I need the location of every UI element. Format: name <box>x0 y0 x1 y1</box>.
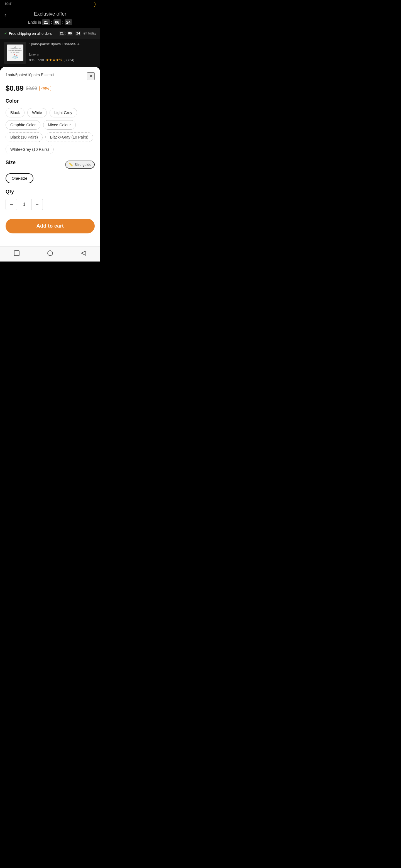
color-option-black-10[interactable]: Black (10 Pairs) <box>6 132 42 142</box>
battery-icon: ) <box>94 1 96 7</box>
color-label: Color <box>6 98 95 104</box>
color-option-light-grey[interactable]: Light Grey <box>50 108 77 117</box>
qty-value: 1 <box>17 199 31 210</box>
close-button[interactable]: ✕ <box>87 72 95 80</box>
modal-header: 1pair/5pairs/10pairs Essenti... ✕ <box>6 72 95 80</box>
qty-section: Qty − 1 + <box>6 189 95 210</box>
shipping-seconds: 24 <box>75 31 81 36</box>
sold-count: 89K+ sold <box>29 58 44 62</box>
ends-in-label: Ends in <box>28 20 41 25</box>
sock-icon: 🧦 <box>12 54 18 60</box>
size-label: Size <box>6 160 16 165</box>
stars: ★★★★½ <box>46 58 62 62</box>
page-title: Exclusive offer <box>34 11 66 17</box>
timer-hours: 21 <box>42 19 50 25</box>
size-section: Size 📏 Size guide One-size <box>6 160 95 183</box>
original-price: $2.99 <box>26 86 37 91</box>
qty-plus-button[interactable]: + <box>31 199 43 210</box>
shipping-text: ✓ Free shipping on all orders <box>4 31 52 36</box>
color-option-whitegrey-10[interactable]: White+Grey (10 Pairs) <box>6 145 54 154</box>
product-row-bg: only1 Pair black socksIf you need 5 pair… <box>0 39 100 67</box>
nav-home-button[interactable] <box>46 249 54 257</box>
status-bar: 10:41 ) <box>0 0 100 8</box>
size-option-one-size[interactable]: One-size <box>6 173 33 183</box>
size-options: One-size <box>6 173 95 183</box>
size-guide-label: Size guide <box>74 162 91 167</box>
price-row: $0.89 $2.99 -70% <box>6 84 95 93</box>
timer-minutes: 06 <box>54 19 61 25</box>
color-option-black[interactable]: Black <box>6 108 25 117</box>
product-thumbnail: only1 Pair black socksIf you need 5 pair… <box>4 42 26 64</box>
qty-controls: − 1 + <box>6 199 95 210</box>
color-options: Black White Light Grey Graphite Color Mi… <box>6 108 95 154</box>
countdown-timer: Ends in 21 : 06 : 24 <box>28 19 73 25</box>
shipping-minutes: 06 <box>67 31 73 36</box>
shipping-timer: 21 : 06 : 24 left today <box>59 31 96 36</box>
svg-rect-0 <box>14 251 19 256</box>
nav-back-button[interactable] <box>80 249 87 257</box>
ruler-icon: 📏 <box>68 162 73 167</box>
modal-product-name: 1pair/5pairs/10pairs Essenti... <box>6 72 87 78</box>
timer-seconds: 24 <box>65 19 73 25</box>
discount-badge: -70% <box>39 86 51 91</box>
check-icon: ✓ <box>4 31 7 36</box>
shipping-label: Free shipping on all orders <box>9 31 52 36</box>
svg-point-1 <box>48 251 53 256</box>
qty-label: Qty <box>6 189 95 195</box>
color-option-white[interactable]: White <box>27 108 47 117</box>
bottom-sheet-modal: 1pair/5pairs/10pairs Essenti... ✕ $0.89 … <box>0 67 100 246</box>
color-option-mixed[interactable]: Mixed Colour <box>43 120 76 130</box>
status-time: 10:41 <box>4 2 13 6</box>
left-today-label: left today <box>83 31 96 35</box>
new-in-label: New in <box>29 53 96 57</box>
back-button[interactable]: ‹ <box>4 12 6 18</box>
background-page: ‹ Exclusive offer Ends in 21 : 06 : 24 ✓… <box>0 8 100 246</box>
add-to-cart-button[interactable]: Add to cart <box>6 219 95 234</box>
product-dash: — <box>29 47 96 52</box>
page-header: ‹ Exclusive offer Ends in 21 : 06 : 24 <box>0 8 100 28</box>
shipping-bar: ✓ Free shipping on all orders 21 : 06 : … <box>0 28 100 39</box>
current-price: $0.89 <box>6 84 24 93</box>
qty-minus-button[interactable]: − <box>6 199 17 210</box>
review-count: (3,754) <box>64 58 74 62</box>
product-info-bg: 1pair/5pairs/10pairs Essential A... — Ne… <box>29 42 96 64</box>
size-header: Size 📏 Size guide <box>6 160 95 169</box>
size-guide-button[interactable]: 📏 Size guide <box>65 160 95 168</box>
rating-row: 89K+ sold ★★★★½ (3,754) <box>29 58 96 62</box>
product-name-bg: 1pair/5pairs/10pairs Essential A... <box>29 42 96 47</box>
nav-square-button[interactable] <box>13 249 21 257</box>
color-option-graphite[interactable]: Graphite Color <box>6 120 40 130</box>
shipping-hours: 21 <box>59 31 65 36</box>
svg-marker-2 <box>81 251 86 255</box>
bottom-nav <box>0 246 100 261</box>
color-option-blackgray-10[interactable]: Black+Gray (10 Pairs) <box>46 132 93 142</box>
color-section: Color Black White Light Grey Graphite Co… <box>6 98 95 154</box>
